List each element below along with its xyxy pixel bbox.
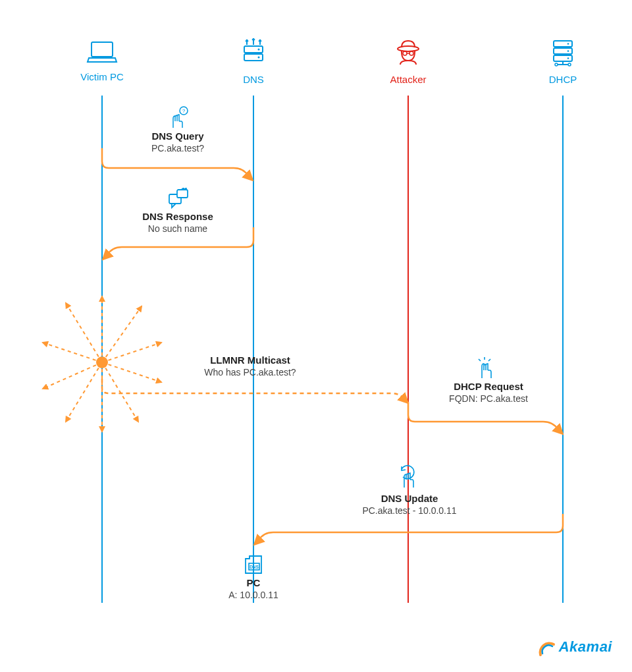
actor-label: DHCP [530,74,596,85]
actor-dns: DNS [221,38,286,85]
svg-line-25 [102,343,161,362]
svg-text:DNS: DNS [250,565,259,569]
svg-point-4 [258,57,260,59]
svg-line-30 [43,362,102,389]
svg-rect-0 [92,42,113,57]
svg-rect-9 [554,41,572,47]
hand-question-icon: ? [167,105,190,129]
svg-line-24 [102,306,142,362]
actor-label: DNS [221,74,286,85]
dhcp-server-icon [547,38,579,67]
result-dns-record: PC A: 10.0.0.11 [211,577,296,600]
msg-title: LLMNR Multicast [184,354,316,366]
svg-point-17 [555,63,558,66]
msg-sub: Who has PC.aka.test? [184,367,316,378]
lifeline-attacker [408,96,409,603]
multicast-burst-icon [36,283,168,441]
svg-rect-11 [554,55,572,61]
result-record: A: 10.0.0.11 [211,590,296,600]
msg-dns-query: DNS Query PC.aka.test? [128,130,227,154]
svg-point-3 [258,49,260,51]
msg-sub: PC.aka.test? [128,143,227,154]
brand-logo: Akamai [538,638,612,659]
result-name: PC [211,577,296,588]
dns-server-icon [238,38,269,67]
arrow-dhcp-request [408,402,565,435]
akamai-wave-icon [538,638,561,658]
hand-refresh-icon [395,462,421,489]
actor-victim-pc: Victim PC [69,38,135,82]
actor-label: Victim PC [69,71,135,82]
svg-line-29 [66,362,102,422]
msg-title: DNS Query [128,130,227,142]
actor-attacker: Attacker [375,38,441,85]
msg-sub: No such name [128,223,227,234]
svg-point-14 [567,57,569,59]
svg-line-32 [66,303,102,362]
laptop-icon [86,38,118,65]
lifeline-dhcp [562,96,564,603]
hand-click-icon [473,356,496,379]
arrow-dns-update [253,514,566,547]
svg-line-31 [43,343,102,362]
svg-rect-10 [554,48,572,54]
svg-rect-22 [177,190,188,198]
msg-dns-response: DNS Response No such name [128,211,227,234]
actor-dhcp: DHCP [530,38,596,85]
dns-record-icon: DNS [242,553,265,576]
svg-point-12 [567,43,569,45]
svg-line-27 [102,362,138,422]
msg-sub: FQDN: PC.aka.test [433,393,544,404]
svg-point-5 [398,46,419,51]
svg-point-33 [96,356,108,368]
svg-rect-2 [244,54,263,61]
svg-point-6 [403,51,407,55]
svg-point-13 [567,50,569,52]
svg-text:?: ? [182,108,186,114]
msg-sub: PC.aka.test - 10.0.0.11 [344,505,475,516]
brand-name: Akamai [559,638,612,655]
msg-title: DHCP Request [433,381,544,392]
attacker-spy-icon [392,38,424,67]
actor-label: Attacker [375,74,441,85]
svg-line-26 [102,362,161,382]
msg-llmnr: LLMNR Multicast Who has PC.aka.test? [184,354,316,378]
svg-point-7 [409,51,413,55]
msg-dhcp-request: DHCP Request FQDN: PC.aka.test [433,381,544,404]
chat-reply-icon [167,188,190,210]
svg-rect-1 [244,46,263,53]
msg-title: DNS Response [128,211,227,222]
msg-dns-update: DNS Update PC.aka.test - 10.0.0.11 [344,493,475,516]
svg-point-18 [568,63,571,66]
msg-title: DNS Update [344,493,475,504]
lifeline-dns [253,96,254,603]
